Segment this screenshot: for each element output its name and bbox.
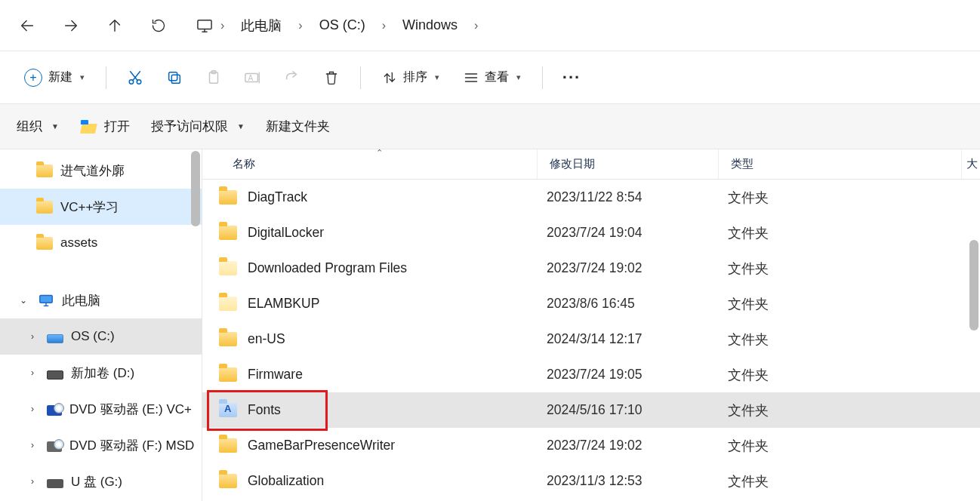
svg-rect-10 [171, 75, 180, 83]
file-type: 文件夹 [719, 224, 980, 242]
copy-button[interactable] [158, 61, 191, 94]
column-label: 大 [966, 157, 978, 170]
this-pc-icon [193, 18, 216, 33]
refresh-button[interactable] [139, 6, 178, 45]
file-name: Firmware [248, 367, 303, 383]
folder-icon [219, 403, 237, 417]
folder-icon [219, 226, 237, 240]
chevron-right-icon: › [473, 19, 479, 32]
sidebar-item-label: U 盘 (G:) [71, 473, 122, 490]
folder-icon [219, 438, 237, 453]
chevron-right-icon[interactable]: › [26, 404, 39, 414]
cut-button[interactable] [119, 61, 152, 94]
more-button[interactable]: ··· [555, 61, 588, 94]
plus-icon: + [24, 69, 42, 87]
column-header-extra[interactable]: 大 [962, 157, 980, 171]
sidebar-drive-item[interactable]: ›DVD 驱动器 (E:) VC+ [0, 391, 202, 427]
table-row[interactable]: ELAMBKUP2023/8/6 16:45文件夹 [202, 286, 980, 321]
organize-menu[interactable]: 组织 ▼ [17, 118, 59, 135]
this-pc-icon [38, 294, 54, 307]
file-name: GameBarPresenceWriter [248, 438, 395, 453]
up-button[interactable] [95, 6, 134, 45]
sort-button[interactable]: 排序 ▾ [373, 61, 448, 94]
new-button[interactable]: + 新建 ▾ [15, 61, 94, 94]
table-row[interactable]: Downloaded Program Files2023/7/24 19:02文… [202, 250, 980, 286]
drive-icon [47, 370, 63, 380]
column-header-type[interactable]: 类型 [719, 149, 962, 179]
file-name: Fonts [248, 402, 281, 418]
table-row[interactable]: DigitalLocker2023/7/24 19:04文件夹 [202, 215, 980, 250]
sidebar-item-label: assets [60, 235, 97, 250]
file-date: 2024/5/16 17:10 [538, 402, 719, 418]
sidebar-quick-item[interactable]: assets [0, 225, 202, 261]
crumb-drive[interactable]: OS (C:) [307, 13, 378, 38]
sidebar-quick-item[interactable]: VC++学习 [0, 189, 202, 225]
file-name: en-US [248, 331, 285, 347]
sidebar-item-label: 此电脑 [62, 292, 100, 309]
address-bar: › 此电脑 › OS (C:) › Windows › [0, 0, 980, 51]
folder-icon [36, 201, 53, 214]
grant-access-menu[interactable]: 授予访问权限 ▼ [151, 118, 245, 135]
crumb-folder[interactable]: Windows [390, 13, 470, 38]
folder-icon [219, 261, 237, 275]
chevron-down-icon: ▼ [237, 122, 245, 131]
sidebar-quick-item[interactable]: 进气道外廓 [0, 152, 202, 189]
table-row[interactable]: GameBarPresenceWriter2023/7/24 19:02文件夹 [202, 428, 980, 463]
scrollbar-thumb[interactable] [969, 240, 978, 330]
table-row[interactable]: Fonts2024/5/16 17:10文件夹 [202, 392, 980, 428]
table-row[interactable]: DiagTrack2023/11/22 8:54文件夹 [202, 180, 980, 215]
sidebar-item-label: DVD 驱动器 (F:) MSD [69, 437, 194, 454]
svg-rect-3 [198, 20, 211, 29]
chevron-right-icon[interactable]: › [26, 476, 39, 487]
file-date: 2023/11/3 12:53 [538, 473, 719, 489]
command-bar: 组织 ▼ 打开 授予访问权限 ▼ 新建文件夹 [0, 104, 980, 149]
chevron-down-icon: ▾ [435, 72, 439, 82]
column-headers: 名称 ⌃ 修改日期 类型 大 [202, 149, 980, 180]
folder-icon [219, 367, 237, 382]
table-row[interactable]: Globalization2023/11/3 12:53文件夹 [202, 463, 980, 499]
sidebar-item-label: 进气道外廓 [60, 162, 125, 180]
open-label: 打开 [104, 118, 130, 135]
column-header-name[interactable]: 名称 ⌃ [202, 149, 538, 179]
sort-label: 排序 [403, 69, 427, 85]
crumb-this-pc[interactable]: 此电脑 [229, 12, 294, 39]
separator [542, 66, 543, 89]
chevron-right-icon[interactable]: › [26, 367, 39, 378]
chevron-right-icon[interactable]: › [26, 440, 39, 450]
column-label: 修改日期 [550, 157, 595, 171]
sidebar-drive-item[interactable]: ›新加卷 (D:) [0, 355, 202, 391]
forward-button[interactable] [51, 6, 91, 45]
paste-button [197, 61, 230, 94]
folder-icon [219, 297, 237, 311]
folder-open-icon [80, 120, 97, 134]
back-button[interactable] [8, 6, 47, 45]
file-name: ELAMBKUP [248, 296, 319, 312]
dvd-icon [47, 405, 62, 416]
sidebar-item-label: VC++学习 [60, 198, 119, 216]
grant-label: 授予访问权限 [151, 118, 228, 135]
svg-rect-22 [40, 295, 52, 303]
delete-button[interactable] [315, 61, 348, 94]
file-name: Globalization [248, 473, 324, 489]
table-row[interactable]: en-US2024/3/14 12:17文件夹 [202, 321, 980, 357]
file-date: 2023/7/24 19:02 [538, 260, 719, 276]
dvd-icon [47, 441, 62, 452]
usb-icon [47, 479, 63, 488]
chevron-down-icon: ▾ [516, 72, 521, 82]
sidebar-drive-item[interactable]: ›DVD 驱动器 (F:) MSD [0, 427, 202, 463]
sidebar-item-label: DVD 驱动器 (E:) VC+ [69, 401, 192, 418]
folder-icon [219, 190, 237, 204]
sidebar-drive-item[interactable]: ›U 盘 (G:) [0, 463, 202, 499]
sidebar-drive-item[interactable]: ›OS (C:) [0, 318, 202, 355]
new-folder-button[interactable]: 新建文件夹 [266, 118, 330, 135]
chevron-down-icon[interactable]: ⌄ [17, 295, 30, 306]
chevron-right-icon[interactable]: › [26, 331, 39, 342]
file-type: 文件夹 [719, 295, 980, 313]
table-row[interactable]: Firmware2023/7/24 19:05文件夹 [202, 357, 980, 392]
view-button[interactable]: 查看 ▾ [455, 61, 530, 94]
open-button[interactable]: 打开 [80, 118, 130, 135]
column-header-date[interactable]: 修改日期 [538, 149, 719, 179]
scrollbar-thumb[interactable] [191, 151, 200, 226]
sidebar-this-pc[interactable]: ⌄ 此电脑 [0, 282, 202, 318]
file-type: 文件夹 [719, 437, 980, 455]
